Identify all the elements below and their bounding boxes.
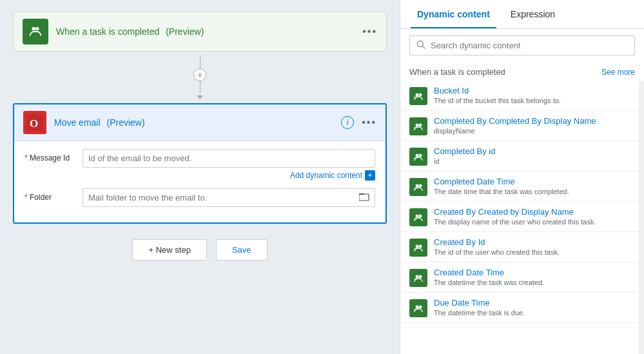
right-panel-content: Bucket Id The id of the bucket this task… bbox=[400, 81, 644, 354]
action-title: Move email (Preview) bbox=[54, 117, 145, 128]
svg-rect-27 bbox=[413, 242, 424, 253]
dynamic-item-subtitle-1: displayName bbox=[434, 127, 630, 135]
svg-point-1 bbox=[35, 27, 39, 31]
required-star: * bbox=[24, 153, 30, 162]
dynamic-list-item[interactable]: Completed By id id bbox=[400, 141, 639, 172]
svg-point-0 bbox=[32, 27, 36, 31]
dynamic-item-icon-1 bbox=[409, 117, 427, 135]
svg-point-28 bbox=[416, 245, 419, 248]
left-panel: When a task is completed (Preview) ••• +… bbox=[0, 0, 400, 354]
action-card: O Move email (Preview) i ••• * Message I… bbox=[13, 103, 387, 224]
svg-rect-35 bbox=[413, 302, 424, 314]
dynamic-list-item[interactable]: Bucket Id The id of the bucket this task… bbox=[400, 81, 639, 111]
dynamic-item-title-4[interactable]: Created By Created by Display Name bbox=[434, 207, 630, 217]
svg-point-13 bbox=[419, 124, 422, 127]
svg-point-9 bbox=[419, 93, 422, 97]
dynamic-item-content-7: Due Date Time The datetime the task is d… bbox=[434, 298, 630, 317]
svg-point-17 bbox=[419, 154, 422, 157]
dynamic-item-icon-4 bbox=[409, 208, 427, 226]
svg-rect-26 bbox=[414, 218, 417, 219]
svg-rect-31 bbox=[413, 272, 424, 284]
add-step-button[interactable]: + bbox=[193, 68, 206, 81]
dynamic-list-item[interactable]: Created By Created by Display Name The d… bbox=[400, 202, 639, 232]
folder-input[interactable] bbox=[83, 189, 354, 206]
dynamic-item-title-5[interactable]: Created By Id bbox=[434, 237, 630, 247]
save-button[interactable]: Save bbox=[216, 239, 268, 261]
svg-point-20 bbox=[416, 184, 419, 188]
search-box bbox=[409, 35, 635, 55]
dynamic-item-icon-0 bbox=[409, 87, 427, 105]
folder-label: * Folder bbox=[24, 188, 83, 202]
svg-point-12 bbox=[416, 124, 419, 127]
svg-point-16 bbox=[416, 154, 419, 157]
folder-input-wrap bbox=[83, 188, 375, 207]
folder-label-text: Folder bbox=[30, 193, 52, 202]
tab-expression[interactable]: Expression bbox=[504, 0, 561, 28]
add-dynamic-content-link[interactable]: Add dynamic content + bbox=[83, 170, 375, 181]
connector-arrow bbox=[197, 95, 203, 99]
search-icon bbox=[416, 40, 425, 51]
svg-rect-7 bbox=[413, 90, 424, 102]
dynamic-item-title-6[interactable]: Created Date Time bbox=[434, 268, 630, 277]
dynamic-item-title-0[interactable]: Bucket Id bbox=[434, 86, 630, 95]
message-id-input-wrap: Add dynamic content + bbox=[83, 149, 375, 181]
dynamic-list-item[interactable]: Completed Date Time The date time that t… bbox=[400, 172, 639, 202]
folder-browse-icon[interactable] bbox=[354, 190, 375, 206]
folder-required-star: * bbox=[24, 193, 30, 202]
dynamic-item-icon-7 bbox=[409, 299, 427, 317]
trigger-title: When a task is completed (Preview) bbox=[56, 26, 204, 37]
dynamic-item-icon-3 bbox=[409, 178, 427, 196]
message-id-input[interactable] bbox=[83, 149, 375, 168]
dynamic-list-item[interactable]: Created By Id The id of the user who cre… bbox=[400, 232, 639, 262]
svg-rect-19 bbox=[413, 181, 424, 193]
dynamic-item-title-1[interactable]: Completed By Completed By Display Name bbox=[434, 116, 630, 126]
action-menu[interactable]: ••• bbox=[362, 117, 376, 128]
svg-rect-38 bbox=[414, 309, 417, 310]
svg-point-36 bbox=[416, 306, 419, 309]
svg-rect-14 bbox=[414, 127, 417, 128]
svg-point-29 bbox=[419, 245, 422, 248]
message-id-label: * Message Id bbox=[24, 149, 83, 162]
new-step-button[interactable]: + New step bbox=[132, 239, 206, 261]
search-input[interactable] bbox=[431, 41, 628, 50]
dynamic-item-title-3[interactable]: Completed Date Time bbox=[434, 177, 630, 186]
connector-line-top bbox=[200, 55, 200, 68]
svg-rect-4 bbox=[359, 194, 369, 201]
dynamic-item-icon-5 bbox=[409, 239, 427, 257]
message-id-label-text: Message Id bbox=[30, 153, 70, 162]
svg-rect-11 bbox=[413, 121, 424, 132]
action-card-header: O Move email (Preview) i ••• bbox=[14, 104, 385, 141]
dynamic-item-title-2[interactable]: Completed By id bbox=[434, 146, 630, 156]
svg-rect-10 bbox=[414, 97, 417, 98]
right-panel: Dynamic content Expression When a task i… bbox=[400, 0, 644, 354]
tab-dynamic-content[interactable]: Dynamic content bbox=[411, 0, 496, 28]
trigger-preview: (Preview) bbox=[166, 26, 204, 37]
dynamic-item-title-7[interactable]: Due Date Time bbox=[434, 298, 630, 308]
dynamic-item-subtitle-7: The datetime the task is due. bbox=[434, 309, 630, 317]
scrollbar[interactable] bbox=[639, 81, 644, 354]
dynamic-item-subtitle-2: id bbox=[434, 157, 630, 165]
folder-row: * Folder bbox=[24, 188, 375, 207]
dynamic-list-item[interactable]: Due Date Time The datetime the task is d… bbox=[400, 293, 639, 323]
svg-point-24 bbox=[416, 215, 419, 218]
dynamic-list-item[interactable]: Created Date Time The datetime the task … bbox=[400, 262, 639, 293]
message-id-row: * Message Id Add dynamic content + bbox=[24, 149, 375, 181]
svg-rect-18 bbox=[414, 157, 417, 159]
trigger-menu[interactable]: ••• bbox=[362, 26, 377, 37]
svg-point-21 bbox=[419, 184, 422, 188]
dynamic-item-content-4: Created By Created by Display Name The d… bbox=[434, 207, 630, 226]
dynamic-item-subtitle-4: The display name of the user who created… bbox=[434, 218, 630, 226]
dynamic-item-subtitle-6: The datetime the task was created. bbox=[434, 279, 630, 286]
svg-rect-34 bbox=[414, 279, 417, 280]
dynamic-item-content-1: Completed By Completed By Display Name d… bbox=[434, 116, 630, 135]
dynamic-item-icon-6 bbox=[409, 269, 427, 287]
right-panel-tabs: Dynamic content Expression bbox=[400, 0, 644, 29]
bottom-actions: + New step Save bbox=[132, 239, 267, 261]
dynamic-item-subtitle-3: The date time that the task was complete… bbox=[434, 188, 630, 195]
see-more-link[interactable]: See more bbox=[601, 68, 635, 77]
dynamic-list-item[interactable]: Completed By Completed By Display Name d… bbox=[400, 111, 639, 141]
section-title: When a task is completed bbox=[409, 67, 505, 77]
trigger-icon bbox=[23, 19, 48, 44]
connector: + bbox=[193, 55, 206, 99]
info-icon[interactable]: i bbox=[341, 116, 354, 129]
